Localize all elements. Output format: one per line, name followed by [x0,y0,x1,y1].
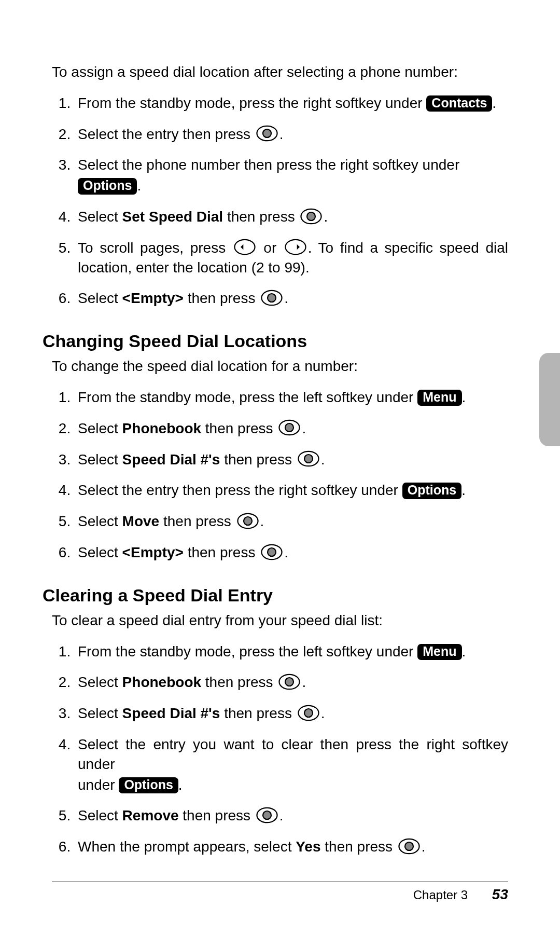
list-item: Select Move then press . [75,512,508,531]
bold-speed-dial-nums: Speed Dial #'s [122,705,220,721]
ok-button-icon [278,674,301,690]
ok-button-icon [278,419,301,436]
softkey-options: Options [119,777,178,794]
softkey-options: Options [78,178,137,195]
step-text: From the standby mode, press the right s… [78,95,426,111]
bold-set-speed-dial: Set Speed Dial [122,209,223,225]
ok-button-icon [398,838,421,855]
step-text: When the prompt appears, select [78,839,296,855]
footer-rule [52,882,508,882]
step-text: then press [223,209,299,225]
heading-clearing-speed-dial: Clearing a Speed Dial Entry [43,585,508,606]
section-c-intro: To clear a speed dial entry from your sp… [52,611,508,630]
softkey-menu: Menu [417,390,461,406]
list-item: Select the entry you want to clear then … [75,735,508,794]
step-text: From the standby mode, press the left so… [78,389,417,405]
section-b-steps: From the standby mode, press the left so… [52,388,508,562]
step-text: From the standby mode, press the left so… [78,643,417,660]
section-b-intro: To change the speed dial location for a … [52,356,508,376]
step-text: then press [201,420,277,436]
step-text: Select [78,544,122,560]
ok-button-icon [260,290,283,306]
ok-button-icon [256,807,278,823]
ok-button-icon [297,450,320,467]
list-item: Select Remove then press . [75,806,508,826]
step-text: Select [78,674,122,690]
ok-button-icon [256,125,278,142]
list-item: Select the entry then press . [75,125,508,144]
bold-move: Move [122,513,160,529]
step-text: Select the entry you want to clear then … [78,736,508,772]
step-text: Select the phone number then press the r… [78,157,459,173]
step-text: Select [78,290,122,306]
bold-speed-dial-nums: Speed Dial #'s [122,451,220,468]
step-text: Select [78,807,122,823]
list-item: Select the entry then press the right so… [75,480,508,500]
list-item: Select Phonebook then press . [75,419,508,438]
step-text: then press [321,839,397,855]
bold-remove: Remove [122,807,179,823]
softkey-options: Options [402,483,461,499]
section-a-intro: To assign a speed dial location after se… [52,62,508,82]
step-text: Select [78,705,122,721]
step-text: Select [78,420,122,436]
page-footer: Chapter 3 53 [52,882,508,903]
list-item: Select <Empty> then press . [75,289,508,308]
ok-button-icon [300,208,323,225]
list-item: Select Set Speed Dial then press . [75,207,508,227]
footer-page-number: 53 [492,886,508,902]
nav-left-icon [233,239,256,255]
list-item: Select Speed Dial #'s then press . [75,450,508,470]
list-item: From the standby mode, press the left so… [75,388,508,407]
bold-phonebook: Phonebook [122,420,201,436]
section-a-steps: From the standby mode, press the right s… [52,93,508,308]
step-text: then press [184,544,259,560]
manual-page: To assign a speed dial location after se… [0,0,560,934]
list-item: Select the phone number then press the r… [75,155,508,196]
section-c-steps: From the standby mode, press the left so… [52,642,508,857]
list-item: When the prompt appears, select Yes then… [75,837,508,857]
step-text: Select the entry then press [78,126,255,142]
bold-empty: <Empty> [122,290,184,306]
ok-button-icon [260,544,283,560]
bold-empty: <Empty> [122,544,184,560]
ok-button-icon [297,705,320,721]
step-text: then press [179,807,255,823]
bold-phonebook: Phonebook [122,674,201,690]
ok-button-icon [236,513,259,529]
heading-changing-speed-dial: Changing Speed Dial Locations [43,331,508,351]
list-item: Select Phonebook then press . [75,672,508,692]
list-item: Select Speed Dial #'s then press . [75,704,508,723]
softkey-contacts: Contacts [426,95,492,112]
step-text: then press [201,674,277,690]
bold-yes: Yes [296,839,320,855]
footer-chapter: Chapter 3 [413,888,468,902]
step-text: or [257,240,283,256]
step-text: Select [78,209,122,225]
step-text: then press [159,513,235,529]
step-text: Select the entry then press the right so… [78,482,402,498]
step-text: then press [220,705,296,721]
list-item: From the standby mode, press the left so… [75,642,508,662]
list-item: To scroll pages, press or . To find a sp… [75,238,508,278]
list-item: From the standby mode, press the right s… [75,93,508,113]
step-text: To scroll pages, press [78,240,232,256]
nav-right-icon [284,239,307,255]
step-text: Select [78,513,122,529]
thumb-tab [539,353,560,446]
step-text: under [78,777,119,793]
list-item: Select <Empty> then press . [75,543,508,562]
step-text: Select [78,451,122,468]
step-text: then press [184,290,259,306]
step-text: then press [220,451,296,468]
softkey-menu: Menu [417,644,461,661]
